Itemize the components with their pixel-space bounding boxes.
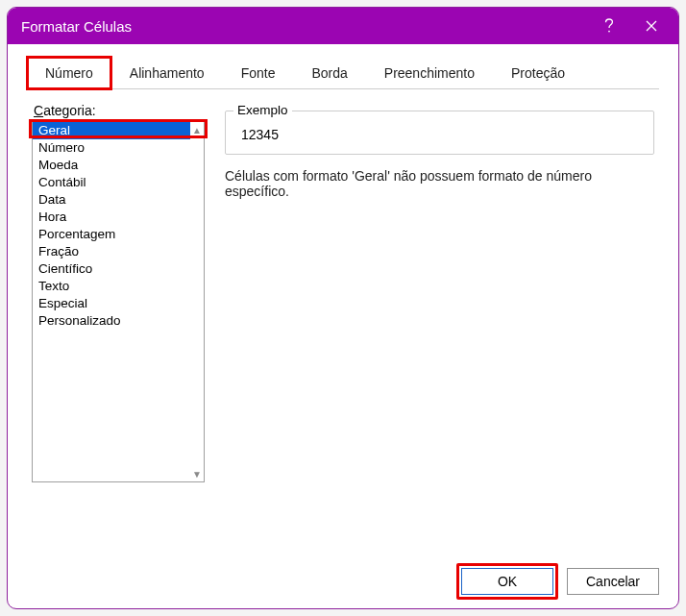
list-item[interactable]: Fração: [33, 243, 190, 260]
titlebar: Formatar Células: [8, 8, 678, 44]
tab-borda[interactable]: Borda: [293, 57, 365, 89]
list-item[interactable]: Geral: [33, 122, 190, 139]
tab-preenchimento[interactable]: Preenchimento: [366, 57, 493, 89]
tab-fonte[interactable]: Fonte: [223, 57, 294, 89]
list-item[interactable]: Especial: [33, 295, 190, 312]
format-description: Células com formato 'Geral' não possuem …: [225, 168, 654, 199]
example-value: 12345: [241, 127, 642, 142]
close-icon: [645, 19, 658, 33]
help-icon: [602, 17, 616, 35]
scroll-up-icon[interactable]: ▲: [190, 122, 204, 137]
tab-proteção[interactable]: Proteção: [493, 57, 583, 89]
example-group: Exemplo 12345: [225, 111, 654, 155]
list-item[interactable]: Contábil: [33, 174, 190, 191]
list-item[interactable]: Científico: [33, 260, 190, 278]
list-item[interactable]: Hora: [33, 209, 190, 226]
list-item[interactable]: Moeda: [33, 157, 190, 174]
dialog-footer: OK Cancelar: [8, 554, 678, 608]
tab-alinhamento[interactable]: Alinhamento: [111, 57, 223, 89]
listbox-scrollbar[interactable]: ▲ ▼: [190, 122, 204, 481]
tab-panel-number: Categoria: GeralNúmeroMoedaContábilDataH…: [8, 89, 678, 554]
tab-número[interactable]: Número: [27, 57, 111, 89]
svg-point-0: [608, 31, 610, 33]
help-button[interactable]: [588, 8, 630, 44]
category-label: Categoria:: [34, 103, 96, 118]
format-cells-dialog: Formatar Células NúmeroAlinhamentoFonteB…: [7, 7, 679, 609]
list-item[interactable]: Data: [33, 191, 190, 209]
ok-button[interactable]: OK: [461, 568, 553, 595]
category-listbox[interactable]: GeralNúmeroMoedaContábilDataHoraPorcenta…: [32, 121, 205, 482]
tab-strip: NúmeroAlinhamentoFonteBordaPreenchimento…: [27, 56, 659, 89]
dialog-title: Formatar Células: [21, 18, 132, 35]
scroll-down-icon[interactable]: ▼: [190, 466, 204, 481]
list-item[interactable]: Número: [33, 139, 190, 157]
list-item[interactable]: Texto: [33, 278, 190, 295]
cancel-button[interactable]: Cancelar: [567, 568, 659, 595]
list-item[interactable]: Porcentagem: [33, 226, 190, 243]
list-item[interactable]: Personalizado: [33, 312, 190, 330]
example-legend: Exemplo: [233, 103, 292, 117]
close-button[interactable]: [630, 8, 673, 44]
